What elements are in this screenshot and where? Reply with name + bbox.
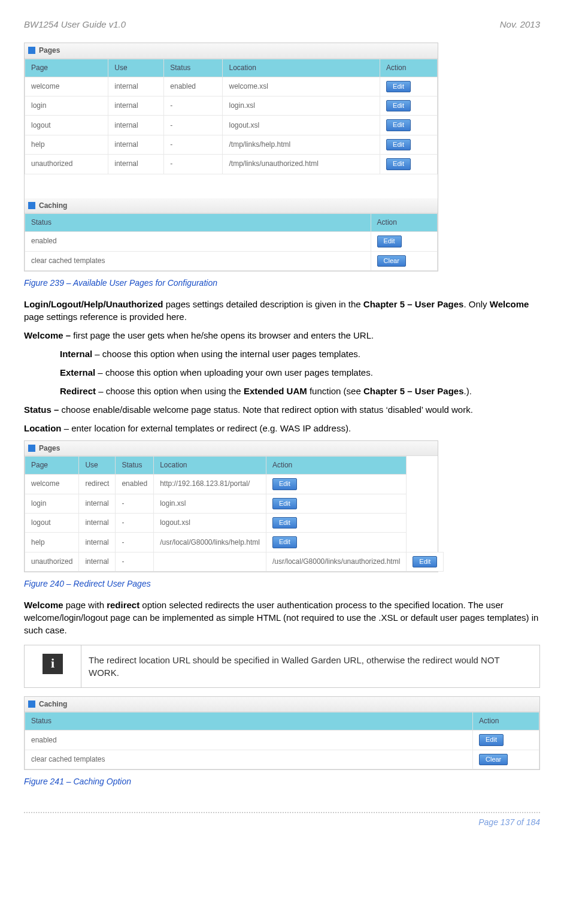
cell: login bbox=[25, 96, 108, 115]
option-redirect: Redirect – choose this option when using… bbox=[60, 385, 540, 397]
bold-text: redirect bbox=[107, 600, 140, 610]
cell: login bbox=[25, 494, 79, 513]
edit-button[interactable]: Edit bbox=[272, 498, 297, 509]
edit-button[interactable]: Edit bbox=[386, 81, 411, 92]
table-row: logininternal-login.xslEdit bbox=[25, 494, 444, 513]
edit-button[interactable]: Edit bbox=[479, 734, 504, 745]
header-left: BW1254 User Guide v1.0 bbox=[24, 18, 126, 31]
text: – choose this option when using the inte… bbox=[92, 349, 360, 359]
figure-240-box: Pages Page Use Status Location Action we… bbox=[24, 440, 438, 573]
text: page with bbox=[63, 600, 107, 610]
text: page settings reference is provided here… bbox=[24, 312, 187, 322]
cell: Edit bbox=[380, 96, 438, 115]
cell: login.xsl bbox=[154, 494, 266, 513]
edit-button[interactable]: Edit bbox=[272, 517, 297, 529]
clear-button[interactable]: Clear bbox=[479, 754, 508, 765]
cell: welcome bbox=[25, 77, 108, 96]
edit-button[interactable]: Edit bbox=[272, 536, 297, 548]
bold-text: Status – bbox=[24, 404, 62, 415]
col-status: Status bbox=[25, 712, 473, 730]
cell: clear cached templates bbox=[25, 251, 371, 270]
col-page: Page bbox=[25, 59, 108, 77]
cell: internal bbox=[79, 533, 116, 552]
edit-button[interactable]: Edit bbox=[386, 158, 411, 170]
cell: internal bbox=[108, 116, 164, 135]
edit-button[interactable]: Edit bbox=[386, 100, 411, 111]
text: choose enable/disable welcome page statu… bbox=[62, 404, 473, 415]
square-icon bbox=[28, 202, 35, 209]
table-row: enabledEdit bbox=[25, 730, 539, 750]
cell: internal bbox=[108, 77, 164, 96]
cell: internal bbox=[108, 135, 164, 154]
cell: /tmp/links/unauthorized.html bbox=[223, 155, 380, 174]
col-location: Location bbox=[223, 59, 380, 77]
text: . Only bbox=[463, 299, 489, 309]
square-icon bbox=[28, 700, 35, 708]
bold-text: Welcome – bbox=[24, 330, 73, 340]
paragraph: Welcome – first page the user gets when … bbox=[24, 329, 540, 342]
cell: Edit bbox=[380, 155, 438, 174]
col-action: Action bbox=[266, 457, 406, 475]
cell: http://192.168.123.81/portal/ bbox=[154, 475, 266, 494]
note-icon-cell: i bbox=[25, 645, 81, 687]
cell: internal bbox=[108, 96, 164, 115]
cell: clear cached templates bbox=[25, 750, 473, 769]
cell: Edit bbox=[473, 730, 539, 750]
table-row: welcomeinternalenabledwelcome.xslEdit bbox=[25, 77, 438, 96]
col-status: Status bbox=[116, 457, 154, 475]
table-row: helpinternal-/tmp/links/help.htmlEdit bbox=[25, 135, 438, 154]
caching-section-bar: Caching bbox=[25, 198, 438, 214]
edit-button[interactable]: Edit bbox=[413, 556, 437, 567]
col-page: Page bbox=[25, 457, 79, 475]
cell: - bbox=[116, 494, 154, 513]
cell: Edit bbox=[380, 77, 438, 96]
square-icon bbox=[28, 47, 35, 54]
cell: Edit bbox=[266, 475, 406, 494]
info-icon: i bbox=[43, 654, 63, 674]
caching-section-bar: Caching bbox=[25, 697, 539, 712]
cell: welcome bbox=[25, 475, 79, 494]
table-row: logoutinternal-logout.xslEdit bbox=[25, 513, 444, 532]
edit-button[interactable]: Edit bbox=[386, 139, 411, 150]
figure-caption: Figure 239 – Available User Pages for Co… bbox=[24, 277, 540, 289]
location-line: Location – enter location for external t… bbox=[24, 422, 540, 434]
col-status: Status bbox=[164, 59, 223, 77]
cell: internal bbox=[79, 513, 116, 532]
option-external: External – choose this option when uploa… bbox=[60, 366, 540, 379]
col-location: Location bbox=[154, 457, 266, 475]
bold-text: External bbox=[60, 367, 95, 378]
cell: unauthorized bbox=[25, 155, 108, 174]
cell: - bbox=[116, 552, 154, 571]
option-internal: Internal – choose this option when using… bbox=[60, 348, 540, 360]
clear-button[interactable]: Clear bbox=[377, 255, 406, 267]
edit-button[interactable]: Edit bbox=[377, 235, 402, 247]
cell: Edit bbox=[266, 533, 406, 552]
note-box: i The redirect location URL should be sp… bbox=[24, 645, 540, 688]
pages-table-2: Page Use Status Location Action welcomer… bbox=[25, 456, 444, 572]
bold-text: Extended UAM bbox=[244, 386, 307, 396]
table-row: unauthorizedinternal-/tmp/links/unauthor… bbox=[25, 155, 438, 174]
cell: Edit bbox=[380, 116, 438, 135]
cell: login.xsl bbox=[223, 96, 380, 115]
figure-239-box: Pages Page Use Status Location Action we… bbox=[24, 43, 438, 271]
edit-button[interactable]: Edit bbox=[386, 119, 411, 131]
cell: /usr/local/G8000/links/help.html bbox=[154, 533, 266, 552]
edit-button[interactable]: Edit bbox=[272, 478, 297, 490]
bold-text: Welcome bbox=[24, 600, 63, 610]
header-right: Nov. 2013 bbox=[500, 18, 540, 31]
page-number: Page 137 of 184 bbox=[478, 817, 540, 827]
figure-241-box: Caching Status Action enabledEdit clear … bbox=[24, 696, 540, 770]
cell: /usr/local/G8000/links/unauthorized.html bbox=[266, 552, 406, 571]
table-row: enabledEdit bbox=[25, 232, 438, 251]
status-line: Status – choose enable/disable welcome p… bbox=[24, 403, 540, 416]
pages-section-bar: Pages bbox=[25, 441, 438, 457]
cell: Edit bbox=[407, 552, 444, 571]
bold-text: Login/Logout/Help/Unauthorized bbox=[24, 299, 163, 309]
cell: redirect bbox=[79, 475, 116, 494]
note-text: The redirect location URL should be spec… bbox=[81, 645, 540, 687]
section-title: Pages bbox=[39, 443, 60, 454]
cell: - bbox=[164, 155, 223, 174]
cell: internal bbox=[79, 552, 116, 571]
text: pages settings detailed description is g… bbox=[163, 299, 363, 309]
cell: Edit bbox=[266, 494, 406, 513]
